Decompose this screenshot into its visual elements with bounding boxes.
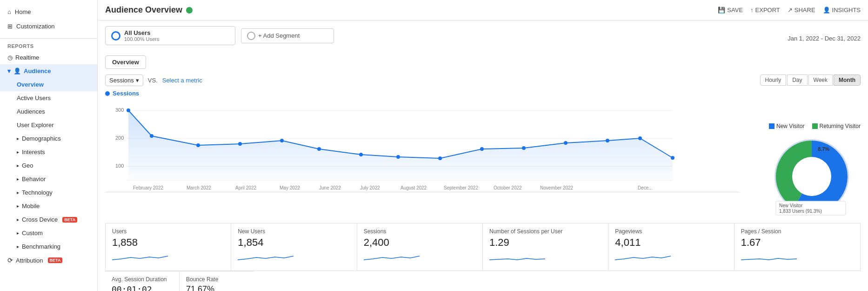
- sidebar-item-customization[interactable]: ⊞ Customization: [7, 19, 90, 34]
- chart-area: Sessions ▾ VS. Select a metric Sessions …: [105, 74, 740, 192]
- hourly-button[interactable]: Hourly: [760, 74, 787, 86]
- svg-text:September 2022: September 2022: [444, 185, 478, 190]
- chevron-down-icon: ▾: [7, 68, 11, 74]
- insights-button[interactable]: 👤 INSIGHTS: [823, 7, 861, 14]
- right-panel: Hourly Day Week Month New Visitor Return…: [740, 74, 861, 217]
- svg-text:April 2022: April 2022: [235, 185, 256, 190]
- chart-header: Sessions ▾ VS. Select a metric Sessions …: [105, 74, 861, 217]
- sidebar-item-geo[interactable]: ▸ Geo: [0, 159, 97, 172]
- svg-text:August 2022: August 2022: [401, 185, 427, 190]
- segment-icon: [111, 31, 120, 41]
- sidebar-item-cross-device[interactable]: ▸ Cross Device BETA: [0, 213, 97, 226]
- svg-point-14: [359, 153, 363, 156]
- stat-avg-session-value: 00:01:02: [112, 284, 173, 291]
- stat-sessions-per-user-label: Number of Sessions per User: [489, 228, 601, 235]
- save-button[interactable]: 💾 SAVE: [718, 7, 743, 14]
- day-button[interactable]: Day: [787, 74, 807, 86]
- stats-row2: Avg. Session Duration 00:01:02 Bounce Ra…: [105, 271, 861, 291]
- stat-bounce-rate-value: 71.67%: [186, 284, 247, 291]
- new-visitor-label: New Visitor: [776, 123, 804, 129]
- caret-right-icon3: ▸: [17, 163, 19, 168]
- line-chart: 300 200 100: [105, 99, 677, 192]
- svg-point-17: [480, 147, 484, 151]
- sidebar-item-technology[interactable]: ▸ Technology: [0, 186, 97, 199]
- caret-right-icon5: ▸: [17, 190, 19, 195]
- sidebar-item-behavior[interactable]: ▸ Behavior: [0, 172, 97, 186]
- sidebar-item-interests[interactable]: ▸ Interests: [0, 145, 97, 159]
- svg-text:300: 300: [115, 107, 124, 113]
- clock-icon: ◷: [7, 54, 13, 61]
- caret-right-icon6: ▸: [17, 203, 19, 209]
- caret-right-icon4: ▸: [17, 176, 19, 182]
- metric-controls: Sessions ▾ VS. Select a metric: [105, 74, 740, 86]
- share-icon: ↗: [788, 7, 793, 14]
- sidebar-item-home[interactable]: ⌂ Home: [7, 5, 90, 19]
- pie-svg: 8.7% New Visitor 1,833 Users (91.3%): [763, 132, 861, 216]
- stat-sessions-per-user: Number of Sessions per User 1.29: [483, 223, 608, 271]
- caret-right-icon7: ▸: [17, 217, 19, 222]
- legend-returning-visitor: Returning Visitor: [812, 123, 861, 129]
- svg-point-19: [564, 141, 568, 145]
- stats-grid: Users 1,858 New Users 1,854 Sessions 2,4…: [105, 223, 861, 271]
- chart-svg-wrapper: 300 200 100: [105, 99, 740, 192]
- svg-text:100: 100: [115, 163, 124, 169]
- stat-pageviews: Pageviews 4,011: [608, 223, 734, 271]
- legend-new-visitor: New Visitor: [769, 123, 804, 129]
- overview-tab[interactable]: Overview: [105, 55, 146, 69]
- stat-new-users: New Users 1,854: [231, 223, 357, 271]
- sidebar-item-demographics[interactable]: ▸ Demographics: [0, 132, 97, 145]
- date-range[interactable]: Jan 1, 2022 - Dec 31, 2022: [788, 35, 861, 42]
- sidebar-item-user-explorer[interactable]: User Explorer: [0, 118, 97, 132]
- add-segment-button[interactable]: + Add Segment: [241, 28, 334, 43]
- dropdown-arrow: ▾: [136, 77, 139, 84]
- sessions-line-label: Sessions: [105, 90, 740, 97]
- time-controls: Hourly Day Week Month: [760, 74, 861, 86]
- topbar-actions: 💾 SAVE ↑ EXPORT ↗ SHARE 👤 INSIGHTS: [718, 7, 861, 14]
- beta-badge-cross-device: BETA: [62, 217, 77, 223]
- sidebar-item-attribution[interactable]: ⟳ Attribution BETA: [0, 253, 97, 267]
- stat-pages-session: Pages / Session 1.67: [734, 223, 860, 271]
- month-button[interactable]: Month: [834, 74, 861, 86]
- segment-name: All Users: [124, 29, 159, 36]
- stat-new-users-value: 1,854: [238, 237, 350, 249]
- stat-pages-session-label: Pages / Session: [741, 228, 854, 235]
- svg-point-22: [671, 156, 674, 160]
- svg-text:June 2022: June 2022: [319, 185, 341, 190]
- all-users-segment[interactable]: All Users 100.00% Users: [105, 26, 235, 45]
- sidebar-item-overview[interactable]: Overview: [0, 78, 97, 91]
- svg-point-9: [150, 134, 154, 138]
- metric-dropdown[interactable]: Sessions ▾: [105, 74, 143, 86]
- insights-icon: 👤: [823, 7, 830, 14]
- spark-pageviews: [615, 250, 671, 264]
- returning-visitor-color: [812, 123, 818, 129]
- stat-pageviews-label: Pageviews: [615, 228, 727, 235]
- select-metric-link[interactable]: Select a metric: [162, 77, 202, 84]
- sidebar-item-mobile[interactable]: ▸ Mobile: [0, 199, 97, 213]
- grid-icon: ⊞: [7, 23, 13, 30]
- svg-point-10: [196, 143, 200, 147]
- sidebar-item-audiences[interactable]: Audiences: [0, 105, 97, 118]
- sidebar-item-custom[interactable]: ▸ Custom: [0, 226, 97, 240]
- svg-text:July 2022: July 2022: [360, 185, 380, 190]
- stat-avg-session-label: Avg. Session Duration: [112, 276, 173, 283]
- svg-text:New Visitor: New Visitor: [779, 203, 803, 208]
- svg-text:November 2022: November 2022: [540, 185, 574, 190]
- export-button[interactable]: ↑ EXPORT: [750, 7, 780, 14]
- stat-bounce-rate: Bounce Rate 71.67%: [180, 271, 254, 291]
- sidebar-item-benchmarking[interactable]: ▸ Benchmarking: [0, 240, 97, 253]
- topbar: Audience Overview 💾 SAVE ↑ EXPORT ↗ SHAR…: [98, 0, 868, 20]
- share-button[interactable]: ↗ SHARE: [788, 7, 815, 14]
- sidebar-item-realtime[interactable]: ◷ Realtime: [0, 51, 97, 64]
- main-content: Audience Overview 💾 SAVE ↑ EXPORT ↗ SHAR…: [98, 0, 868, 291]
- svg-point-16: [438, 156, 442, 160]
- beta-badge-attribution: BETA: [48, 257, 63, 263]
- week-button[interactable]: Week: [808, 74, 833, 86]
- svg-point-12: [280, 139, 284, 142]
- stat-users: Users 1,858: [106, 223, 231, 271]
- sidebar-item-active-users[interactable]: Active Users: [0, 91, 97, 105]
- svg-point-11: [238, 142, 242, 146]
- svg-text:200: 200: [115, 135, 124, 141]
- sidebar-item-audience[interactable]: ▾ 👤 Audience: [0, 64, 97, 78]
- chart-legend: New Visitor Returning Visitor: [769, 123, 861, 129]
- spark-users: [112, 250, 168, 264]
